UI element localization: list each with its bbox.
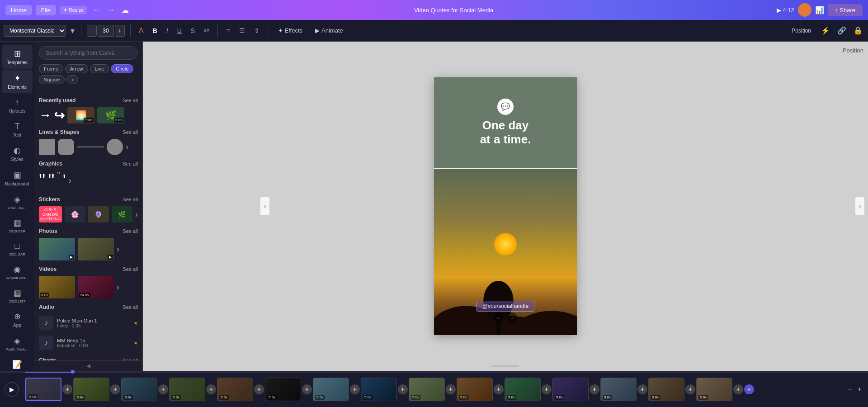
timeline-zoom-in[interactable]: + xyxy=(856,383,863,395)
search-input[interactable] xyxy=(39,46,138,60)
font-family-select[interactable]: Montserrat Classic xyxy=(4,25,66,37)
resize-button[interactable]: ✦ Resize xyxy=(60,6,88,14)
graphic-quote-1[interactable]: " xyxy=(39,170,45,191)
audio-see-all[interactable]: See all xyxy=(123,304,138,310)
list-button[interactable]: ☰ xyxy=(236,26,248,36)
font-size-decrease-button[interactable]: − xyxy=(87,25,97,37)
social-ctrl-left[interactable]: ← xyxy=(494,312,504,322)
clip-add-4[interactable]: + xyxy=(254,384,264,394)
font-size-input[interactable] xyxy=(98,25,114,37)
videos-see-all[interactable]: See all xyxy=(123,266,138,272)
timeline-clip-1[interactable]: 5.0s xyxy=(73,378,109,401)
panel-collapse-btn[interactable]: ◀ xyxy=(34,360,142,371)
timeline-clip-10[interactable]: 5.0s xyxy=(505,378,541,401)
video-thumb-1[interactable]: 6.0s xyxy=(39,276,75,298)
sticker-1[interactable]: GIRLS CAN DO ANYTHING xyxy=(39,206,62,222)
clip-add-10[interactable]: + xyxy=(542,384,552,394)
clip-add-final[interactable]: + xyxy=(744,384,754,394)
link-icon-btn[interactable]: 🔗 xyxy=(835,24,848,37)
sticker-3[interactable]: 🔮 xyxy=(88,206,109,222)
animate-button[interactable]: ▶ Animate xyxy=(311,25,348,36)
canvas-quote-text[interactable]: One day at a time. xyxy=(471,118,540,147)
photos-chevron[interactable]: › xyxy=(117,245,119,254)
undo-button[interactable]: ← xyxy=(91,4,102,16)
file-button[interactable]: File xyxy=(36,5,56,15)
clip-add-14[interactable]: + xyxy=(733,384,743,394)
clip-add-5[interactable]: + xyxy=(302,384,312,394)
timeline-zoom-out[interactable]: − xyxy=(846,383,854,395)
redo-button[interactable]: → xyxy=(105,4,116,16)
play-button[interactable]: ▶ xyxy=(5,382,19,397)
user-avatar[interactable] xyxy=(798,3,811,17)
clip-add-7[interactable]: + xyxy=(398,384,408,394)
timeline-clip-9[interactable]: 5.0s xyxy=(457,378,493,401)
clip-add-12[interactable]: + xyxy=(637,384,647,394)
share-button[interactable]: ↑ Share xyxy=(828,4,863,16)
clip-add-1[interactable]: + xyxy=(110,384,120,394)
sidebar-item-brand[interactable]: ◈ GND - A&... xyxy=(2,191,33,213)
filter-tab-circle[interactable]: Circle xyxy=(111,64,133,73)
filter-tab-line[interactable]: Line xyxy=(90,64,109,73)
graphic-quote-2[interactable]: " xyxy=(48,170,54,191)
clip-add-0[interactable]: + xyxy=(62,384,72,394)
sidebar-item-frames[interactable]: □ 2021 SAR xyxy=(2,238,33,260)
social-handle-text[interactable]: @yoursocialhandle xyxy=(476,301,534,312)
timeline-clip-5[interactable]: 5.0s xyxy=(265,378,301,401)
stickers-see-all[interactable]: See all xyxy=(123,197,138,202)
underline-button[interactable]: U xyxy=(175,26,184,36)
align-button[interactable]: ≡ xyxy=(223,26,232,36)
bold-button[interactable]: B xyxy=(150,26,160,36)
recently-used-see-all[interactable]: See all xyxy=(123,98,138,103)
clip-add-11[interactable]: + xyxy=(590,384,599,394)
position-panel-label[interactable]: Position xyxy=(843,46,863,54)
filter-tab-square[interactable]: Square xyxy=(39,75,65,84)
text-spacing-button[interactable]: ⇕ xyxy=(251,26,262,36)
sidebar-item-app[interactable]: ⊕ App xyxy=(2,308,33,331)
graphics-see-all[interactable]: See all xyxy=(123,161,138,166)
effects-button[interactable]: ✦ Effects xyxy=(274,25,307,36)
photo-thumb-2[interactable]: ▶ xyxy=(78,238,114,260)
timeline-clip-7[interactable]: 5.0s xyxy=(361,378,397,401)
shapes-chevron[interactable]: › xyxy=(126,142,128,152)
audio-play-1[interactable]: ♪ xyxy=(39,316,53,330)
timeline-clip-0[interactable]: 5.0s xyxy=(25,378,61,401)
filter-tab-frame[interactable]: Frame xyxy=(39,64,63,73)
timeline-clip-4[interactable]: 5.0s xyxy=(217,378,253,401)
position-button[interactable]: Position xyxy=(787,26,816,36)
sidebar-item-pauldesign[interactable]: ◈ Paul's Desig... xyxy=(2,332,33,355)
shape-circle[interactable] xyxy=(107,139,123,155)
clip-add-2[interactable]: + xyxy=(158,384,168,394)
timeline-clip-14[interactable]: 5.0s xyxy=(696,378,732,401)
shape-square[interactable] xyxy=(39,139,55,155)
timeline-clip-12[interactable]: 5.0s xyxy=(600,378,637,401)
graphic-quote-4[interactable]: ' xyxy=(63,171,66,190)
audio-play-2[interactable]: ♪ xyxy=(39,336,53,350)
stats-icon[interactable]: 📊 xyxy=(815,6,824,14)
timeline-clip-13[interactable]: 5.0s xyxy=(648,378,684,401)
home-button[interactable]: Home xyxy=(5,5,32,15)
sidebar-item-2022[interactable]: ▦ 2022 LIST xyxy=(2,284,33,307)
sidebar-item-allyour[interactable]: ◉ All your des... xyxy=(2,261,33,284)
strikethrough-button[interactable]: S xyxy=(188,26,198,36)
videos-chevron[interactable]: › xyxy=(117,283,119,292)
font-size-small-button[interactable]: aA xyxy=(201,27,212,34)
graphics-chevron[interactable]: › xyxy=(69,176,71,185)
lock-icon-btn[interactable]: 🔒 xyxy=(852,24,864,37)
sidebar-item-uploads[interactable]: ↑ Uploads xyxy=(2,94,33,117)
cloud-save-button[interactable]: ☁ xyxy=(120,4,131,16)
sidebar-item-projects[interactable]: ▦ 2019 SAR xyxy=(2,214,33,237)
clip-add-3[interactable]: + xyxy=(206,384,216,394)
graphic-quote-3[interactable]: " xyxy=(57,170,60,180)
social-ctrl-right[interactable]: → xyxy=(507,312,517,322)
shape-line[interactable] xyxy=(77,139,104,155)
timeline-clip-6[interactable]: 5.0s xyxy=(313,378,349,401)
recent-thumb-2[interactable]: 🌿 6.0s xyxy=(97,107,124,123)
sticker-2[interactable]: 🌸 xyxy=(65,206,85,222)
font-size-increase-button[interactable]: + xyxy=(115,25,125,37)
timeline-clip-3[interactable]: 5.0s xyxy=(169,378,205,401)
sidebar-item-text[interactable]: T Text xyxy=(2,118,33,141)
sticker-4[interactable]: 🌿 xyxy=(112,206,132,222)
recent-arrow-1[interactable]: → xyxy=(39,108,52,123)
photos-see-all[interactable]: See all xyxy=(123,228,138,234)
shape-rounded[interactable] xyxy=(58,139,74,155)
